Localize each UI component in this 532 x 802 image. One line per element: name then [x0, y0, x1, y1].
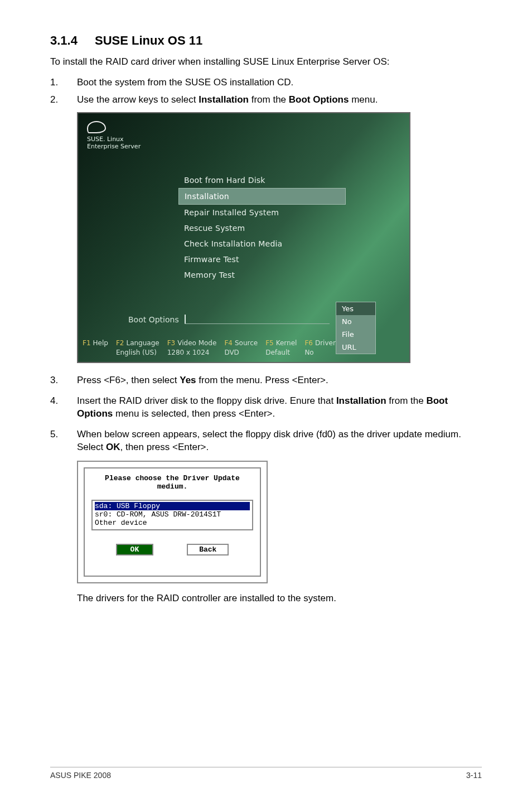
boot-item[interactable]: Memory Test	[178, 267, 346, 283]
flabel: Video Mode	[177, 339, 216, 347]
flabel: Driver	[315, 339, 336, 347]
t-bold: Yes	[180, 375, 196, 385]
dialog-box: Please choose the Driver Update medium. …	[84, 467, 261, 577]
step-idx: 4.	[50, 395, 77, 421]
step-text: Use the arrow keys to select Installatio…	[77, 94, 482, 107]
t-bold: Installation	[336, 395, 386, 406]
t: menu.	[349, 94, 378, 105]
boot-item[interactable]: Repair Installed System	[178, 205, 346, 220]
section-heading: 3.1.4SUSE Linux OS 11	[50, 33, 482, 48]
logo-text1: SUSE. Linux	[87, 136, 141, 143]
step-text: Insert the RAID driver disk to the flopp…	[77, 395, 482, 421]
f5-kernel[interactable]: F5KernelDefault	[265, 339, 297, 357]
boot-options-row: Boot Options	[128, 314, 330, 324]
fkey: F4	[224, 339, 233, 347]
step-idx: 2.	[50, 94, 77, 107]
flabel: Help	[93, 339, 108, 347]
t: , then press <Enter>.	[120, 442, 209, 452]
step-list-a: 1. Boot the system from the SUSE OS inst…	[50, 76, 482, 107]
back-button[interactable]: Back	[187, 544, 229, 555]
driver-option-selected[interactable]: Yes	[336, 302, 375, 315]
t-bold: Installation	[199, 94, 249, 105]
step-list-b: 3. Press <F6>, then select Yes from the …	[50, 374, 482, 454]
fkey: F5	[265, 339, 274, 347]
list-row[interactable]: sr0: CD-ROM, ASUS DRW-2014S1T	[95, 510, 250, 519]
t: Use the arrow keys to select	[77, 94, 199, 105]
driver-option[interactable]: No	[336, 315, 375, 328]
suse-boot-screenshot: SUSE. Linux Enterprise Server Boot from …	[77, 112, 410, 363]
fkey: F2	[116, 339, 124, 347]
t: from the	[386, 395, 427, 406]
boot-menu: Boot from Hard Disk Installation Repair …	[178, 172, 346, 283]
fsub: 1280 x 1024	[167, 349, 217, 357]
closing-text: The drivers for the RAID controller are …	[77, 592, 482, 605]
boot-options-label: Boot Options	[128, 315, 179, 324]
fsub: English (US)	[116, 349, 159, 357]
fkey: F1	[83, 339, 91, 347]
f6-driver[interactable]: F6DriverNo	[304, 339, 335, 357]
step-5: 5. When below screen appears, select the…	[50, 428, 482, 454]
step-text: When below screen appears, select the fl…	[77, 428, 482, 454]
boot-options-input[interactable]	[185, 314, 330, 324]
f3-video-mode[interactable]: F3Video Mode1280 x 1024	[167, 339, 217, 357]
fsub: Default	[265, 349, 297, 357]
step-4: 4. Insert the RAID driver disk to the fl…	[50, 395, 482, 421]
f2-language[interactable]: F2LanguageEnglish (US)	[116, 339, 159, 357]
t: menu is selected, then press <Enter>.	[113, 408, 275, 419]
boot-item-selected[interactable]: Installation	[178, 188, 346, 205]
chameleon-icon	[87, 121, 106, 133]
t-bold: Boot Options	[289, 94, 349, 105]
t: Insert the RAID driver disk to the flopp…	[77, 395, 336, 406]
list-row-selected[interactable]: sda: USB Floppy	[95, 502, 250, 510]
heading-number: 3.1.4	[50, 33, 95, 48]
t: from the menu. Press <Enter>.	[196, 375, 328, 385]
boot-item[interactable]: Rescue System	[178, 220, 346, 236]
cursor-icon	[185, 315, 186, 323]
step-idx: 1.	[50, 76, 77, 89]
logo-text2: Enterprise Server	[87, 143, 141, 150]
boot-item[interactable]: Check Installation Media	[178, 236, 346, 252]
flabel: Kernel	[276, 339, 297, 347]
footer-right: 3-11	[466, 771, 482, 780]
dialog-title: Please choose the Driver Update medium.	[89, 474, 255, 491]
step-idx: 5.	[50, 428, 77, 454]
footer-left: ASUS PIKE 2008	[50, 771, 111, 780]
step-3: 3. Press <F6>, then select Yes from the …	[50, 374, 482, 387]
medium-list: sda: USB Floppy sr0: CD-ROM, ASUS DRW-20…	[91, 500, 253, 530]
boot-item[interactable]: Boot from Hard Disk	[178, 172, 346, 188]
step-2: 2. Use the arrow keys to select Installa…	[50, 94, 482, 107]
f4-source[interactable]: F4SourceDVD	[224, 339, 258, 357]
ok-button[interactable]: OK	[116, 544, 154, 555]
heading-title: SUSE Linux OS 11	[95, 33, 202, 47]
fsub: No	[304, 349, 335, 357]
page-footer: ASUS PIKE 2008 3-11	[50, 767, 482, 780]
t: from the	[249, 94, 289, 105]
dialog-buttons: OK Back	[89, 544, 255, 555]
f1-help[interactable]: F1Help	[83, 339, 108, 357]
list-row[interactable]: Other device	[95, 519, 250, 527]
fsub: DVD	[224, 349, 258, 357]
driver-medium-dialog: Please choose the Driver Update medium. …	[77, 461, 268, 583]
step-text: Press <F6>, then select Yes from the men…	[77, 374, 482, 387]
boot-item[interactable]: Firmware Test	[178, 252, 346, 267]
fkey: F3	[167, 339, 176, 347]
step-idx: 3.	[50, 374, 77, 387]
flabel: Language	[126, 339, 159, 347]
t-bold: OK	[106, 442, 120, 452]
fkey: F6	[304, 339, 313, 347]
flabel: Source	[235, 339, 258, 347]
t: Press <F6>, then select	[77, 375, 180, 385]
suse-logo: SUSE. Linux Enterprise Server	[87, 121, 141, 150]
step-text: Boot the system from the SUSE OS install…	[77, 76, 482, 89]
function-key-bar: F1Help F2LanguageEnglish (US) F3Video Mo…	[78, 337, 409, 362]
step-1: 1. Boot the system from the SUSE OS inst…	[50, 76, 482, 89]
intro-text: To install the RAID card driver when ins…	[50, 56, 482, 69]
